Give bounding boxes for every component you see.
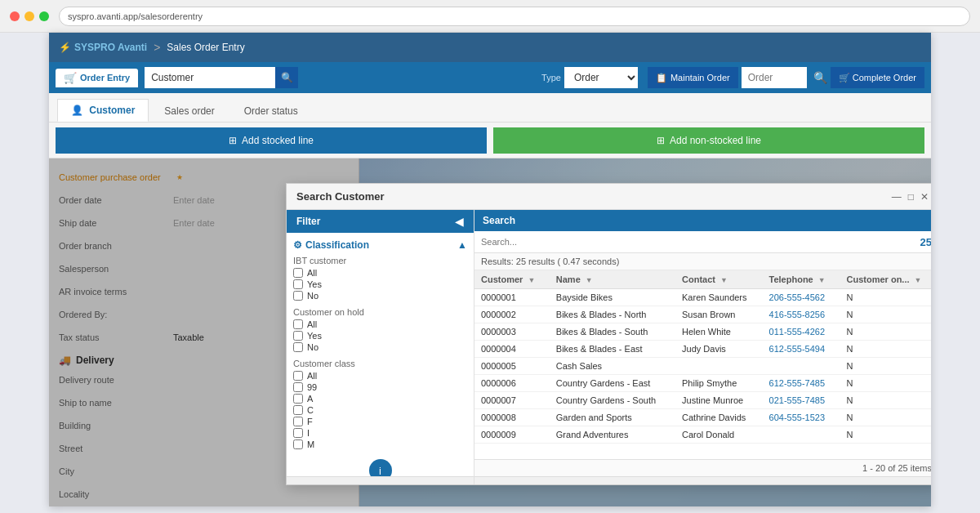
table-row[interactable]: 0000001 Bayside Bikes Karen Saunders 206… xyxy=(474,289,931,306)
cell-name: Country Gardens - East xyxy=(550,375,675,392)
customer-tab-icon: 👤 xyxy=(71,105,83,116)
cell-customer-on: N xyxy=(840,341,931,358)
hold-no-checkbox[interactable] xyxy=(293,342,303,352)
table-row[interactable]: 0000008 Garden and Sports Cathrine David… xyxy=(474,409,931,426)
table-row[interactable]: 0000005 Cash Sales N xyxy=(474,358,931,375)
hold-all-checkbox[interactable] xyxy=(293,319,303,329)
col-name[interactable]: Name ▼ xyxy=(550,270,675,289)
phone-link[interactable]: 416-555-8256 xyxy=(769,310,826,319)
cell-customer: 0000006 xyxy=(474,375,550,392)
phone-link[interactable]: 612-555-7485 xyxy=(769,378,826,388)
results-table-container: Customer ▼ Name ▼ Contact xyxy=(474,270,931,459)
class-i-option[interactable]: I xyxy=(293,428,467,438)
cell-customer-on: N xyxy=(840,358,931,375)
maintain-order-button[interactable]: 📋 Maintain Order xyxy=(648,67,738,88)
results-scrollbar[interactable] xyxy=(474,476,931,484)
ibt-no-checkbox[interactable] xyxy=(293,291,303,301)
type-select[interactable]: Order xyxy=(564,67,638,88)
ibt-no-option[interactable]: No xyxy=(293,291,467,301)
class-a-checkbox[interactable] xyxy=(293,394,303,404)
cell-contact: Judy Davis xyxy=(675,341,763,358)
add-stocked-line-button[interactable]: ⊞ Add stocked line xyxy=(56,127,487,154)
search-panel-header: Search xyxy=(474,210,931,231)
modal-close-button[interactable]: ✕ xyxy=(920,191,929,203)
ibt-yes-checkbox[interactable] xyxy=(293,279,303,289)
cell-contact: Cathrine Davids xyxy=(675,409,763,426)
hold-yes-option[interactable]: Yes xyxy=(293,331,467,341)
tab-customer[interactable]: 👤 Customer xyxy=(57,99,149,122)
modal-title: Search Customer xyxy=(296,190,385,203)
class-f-option[interactable]: F xyxy=(293,417,467,426)
class-checkboxes: All 99 A C xyxy=(293,371,467,449)
cell-customer: 0000004 xyxy=(474,341,550,358)
hold-yes-checkbox[interactable] xyxy=(293,331,303,341)
address-bar[interactable]: syspro.avanti.app/salesorderentry xyxy=(59,7,970,26)
table-row[interactable]: 0000002 Bikes & Blades - North Susan Bro… xyxy=(474,306,931,323)
col-customer-on[interactable]: Customer on... ▼ xyxy=(840,270,931,289)
phone-link[interactable]: 604-555-1523 xyxy=(769,413,826,422)
table-row[interactable]: 0000003 Bikes & Blades - South Helen Whi… xyxy=(474,323,931,341)
chevron-up-icon: ▲ xyxy=(457,239,467,251)
class-all-option[interactable]: All xyxy=(293,371,467,381)
tab-order-status[interactable]: Order status xyxy=(230,100,312,122)
table-row[interactable]: 0000006 Country Gardens - East Philip Sm… xyxy=(474,375,931,392)
class-c-checkbox[interactable] xyxy=(293,405,303,415)
order-entry-tab[interactable]: 🛒 Order Entry xyxy=(56,69,138,87)
add-nonstocked-line-button[interactable]: ⊞ Add non-stocked line xyxy=(493,127,924,154)
customer-search-button[interactable]: 🔍 xyxy=(275,67,298,88)
hold-no-option[interactable]: No xyxy=(293,342,467,352)
col-customer[interactable]: Customer ▼ xyxy=(474,270,550,289)
class-c-option[interactable]: C xyxy=(293,405,467,415)
cell-telephone xyxy=(763,426,840,444)
cell-customer: 0000003 xyxy=(474,323,550,341)
filter-back-button[interactable]: ◀ xyxy=(455,215,464,228)
phone-link[interactable]: 011-555-4262 xyxy=(769,327,826,337)
hold-all-option[interactable]: All xyxy=(293,319,467,329)
class-99-checkbox[interactable] xyxy=(293,382,303,392)
cell-name: Country Gardens - South xyxy=(550,392,675,409)
cell-contact: Carol Donald xyxy=(675,426,763,444)
table-header: Customer ▼ Name ▼ Contact xyxy=(474,270,931,289)
phone-link[interactable]: 021-555-7485 xyxy=(769,395,826,405)
modal-minimize-button[interactable]: — xyxy=(892,191,902,203)
filter-label: Filter xyxy=(296,216,320,227)
ibt-all-checkbox[interactable] xyxy=(293,268,303,278)
filter-scrollbar[interactable] xyxy=(287,476,474,484)
class-i-checkbox[interactable] xyxy=(293,428,303,438)
table-row[interactable]: 0000004 Bikes & Blades - East Judy Davis… xyxy=(474,341,931,358)
ibt-yes-option[interactable]: Yes xyxy=(293,279,467,289)
maximize-btn[interactable] xyxy=(39,11,49,21)
modal-body: Filter ◀ ⚙ Classification ▲ IBT customer xyxy=(287,210,931,484)
class-f-checkbox[interactable] xyxy=(293,417,303,426)
modal-maximize-button[interactable]: □ xyxy=(908,191,914,203)
complete-order-button[interactable]: 🛒 Complete Order xyxy=(831,67,924,88)
customer-search-input[interactable] xyxy=(145,67,275,88)
class-a-option[interactable]: A xyxy=(293,394,467,404)
col-contact[interactable]: Contact ▼ xyxy=(675,270,763,289)
info-button[interactable]: i xyxy=(369,459,392,476)
table-row[interactable]: 0000009 Grand Adventures Carol Donald N xyxy=(474,426,931,444)
class-label: Customer class xyxy=(293,359,467,368)
results-count-text: Results: 25 results ( 0.47 seconds) xyxy=(481,256,619,266)
order-number-input[interactable] xyxy=(742,67,807,88)
classification-title[interactable]: ⚙ Classification ▲ xyxy=(293,239,467,251)
close-btn[interactable] xyxy=(10,11,20,21)
order-search-button[interactable]: 🔍 xyxy=(813,71,827,84)
hold-label: Customer on hold xyxy=(293,307,467,317)
class-m-option[interactable]: M xyxy=(293,439,467,449)
modal-controls: — □ ✕ xyxy=(892,191,929,203)
class-m-checkbox[interactable] xyxy=(293,439,303,449)
table-row[interactable]: 0000007 Country Gardens - South Justine … xyxy=(474,392,931,409)
class-all-checkbox[interactable] xyxy=(293,371,303,381)
ibt-all-option[interactable]: All xyxy=(293,268,467,278)
phone-link[interactable]: 612-555-5494 xyxy=(769,344,826,354)
cell-contact: Helen White xyxy=(675,323,763,341)
pagination-info: 1 - 20 of 25 items xyxy=(862,463,931,473)
class-99-option[interactable]: 99 xyxy=(293,382,467,392)
page-title: Sales Order Entry xyxy=(167,42,244,53)
minimize-btn[interactable] xyxy=(24,11,34,21)
customer-search-field[interactable] xyxy=(481,234,920,249)
col-telephone[interactable]: Telephone ▼ xyxy=(763,270,840,289)
phone-link[interactable]: 206-555-4562 xyxy=(769,292,826,302)
tab-sales-order[interactable]: Sales order xyxy=(150,100,228,122)
